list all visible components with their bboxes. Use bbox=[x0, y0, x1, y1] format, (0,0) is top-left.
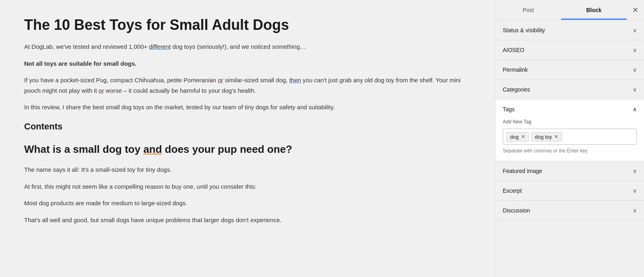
link-different[interactable]: different bbox=[149, 43, 171, 50]
tags-input-area[interactable]: dog ✕ dog toy ✕ bbox=[503, 129, 637, 145]
tag-chip-dog-toy-label: dog toy bbox=[535, 134, 552, 140]
accordion-featured-image-header[interactable]: Featured image bbox=[495, 161, 644, 181]
remove-tag-dog-button[interactable]: ✕ bbox=[521, 134, 525, 139]
post-title[interactable]: The 10 Best Toys for Small Adult Dogs bbox=[24, 16, 471, 33]
tags-section-label: Tags bbox=[503, 106, 515, 112]
close-sidebar-button[interactable]: ✕ bbox=[627, 0, 644, 20]
tags-hint: Separate with commas or the Enter key. bbox=[503, 148, 637, 154]
chevron-down-icon bbox=[633, 27, 637, 33]
accordion-excerpt: Excerpt bbox=[495, 181, 644, 201]
accordion-discussion-label: Discussion bbox=[503, 207, 530, 214]
paragraph-most: Most dog products are made for medium to… bbox=[24, 198, 471, 208]
sidebar: Post Block ✕ Status & visibility AIOSEO … bbox=[495, 0, 644, 277]
tab-block[interactable]: Block bbox=[561, 0, 627, 20]
accordion-featured-image: Featured image bbox=[495, 161, 644, 181]
paragraph-detail: If you have a pocket-sized Pug, compact … bbox=[24, 75, 471, 96]
tag-chip-dog-toy: dog toy ✕ bbox=[531, 132, 562, 142]
tags-section: Tags Add New Tag dog ✕ dog toy ✕ Separat… bbox=[495, 100, 644, 161]
contents-heading: Contents bbox=[24, 119, 471, 134]
accordion-permalink-header[interactable]: Permalink bbox=[495, 60, 644, 79]
accordion-status-visibility: Status & visibility bbox=[495, 21, 644, 40]
accordion-permalink-label: Permalink bbox=[503, 67, 528, 73]
accordion-aioseo: AIOSEO bbox=[495, 40, 644, 60]
accordion-permalink: Permalink bbox=[495, 60, 644, 80]
chevron-down-icon bbox=[633, 86, 637, 93]
accordion-featured-image-label: Featured image bbox=[503, 168, 542, 174]
sidebar-header: Post Block ✕ bbox=[495, 0, 644, 21]
paragraph-review-intro: In this review, I share the best small d… bbox=[24, 102, 471, 112]
accordion-categories-header[interactable]: Categories bbox=[495, 80, 644, 99]
content-area: The 10 Best Toys for Small Adult Dogs At… bbox=[0, 0, 495, 277]
link-or1[interactable]: or bbox=[218, 77, 223, 83]
paragraph-thats-all: That's all well and good, but small dogs… bbox=[24, 215, 471, 225]
accordion-excerpt-label: Excerpt bbox=[503, 187, 522, 194]
link-and[interactable]: and bbox=[143, 143, 162, 155]
link-or2[interactable]: or bbox=[99, 87, 104, 94]
paragraph-bold-notice: Not all toys are suitable for small dogs… bbox=[24, 58, 471, 69]
accordion-categories-label: Categories bbox=[503, 86, 530, 93]
accordion-aioseo-label: AIOSEO bbox=[503, 47, 524, 53]
chevron-up-icon bbox=[633, 106, 637, 112]
chevron-down-icon bbox=[633, 187, 637, 194]
remove-tag-dog-toy-button[interactable]: ✕ bbox=[554, 134, 558, 139]
chevron-down-icon bbox=[633, 168, 637, 174]
paragraph-intro: At DogLab, we've tested and reviewed 1,0… bbox=[24, 42, 471, 52]
chevron-down-icon bbox=[633, 47, 637, 53]
tag-chip-dog-label: dog bbox=[510, 134, 519, 140]
add-new-tag-label: Add New Tag bbox=[503, 119, 637, 125]
chevron-down-icon bbox=[633, 67, 637, 73]
accordion-status-visibility-header[interactable]: Status & visibility bbox=[495, 21, 644, 40]
tab-post[interactable]: Post bbox=[495, 0, 561, 20]
link-then[interactable]: then bbox=[289, 77, 301, 83]
accordion-discussion-header[interactable]: Discussion bbox=[495, 201, 644, 220]
tags-body: Add New Tag dog ✕ dog toy ✕ Separate wit… bbox=[495, 119, 644, 161]
accordion-status-visibility-label: Status & visibility bbox=[503, 27, 545, 33]
chevron-down-icon bbox=[633, 207, 637, 214]
tags-text-input[interactable] bbox=[564, 134, 633, 140]
accordion-aioseo-header[interactable]: AIOSEO bbox=[495, 40, 644, 60]
tag-chip-dog: dog ✕ bbox=[506, 132, 529, 142]
accordion-discussion: Discussion bbox=[495, 201, 644, 221]
post-body: At DogLab, we've tested and reviewed 1,0… bbox=[24, 42, 471, 225]
paragraph-first: At first, this might not seem like a com… bbox=[24, 181, 471, 192]
tags-section-header[interactable]: Tags bbox=[495, 100, 644, 119]
paragraph-name-says: The name says it all: It's a small-sized… bbox=[24, 165, 471, 175]
accordion-excerpt-header[interactable]: Excerpt bbox=[495, 181, 644, 200]
subheading: What is a small dog toy and does your pu… bbox=[24, 140, 471, 158]
accordion-categories: Categories bbox=[495, 80, 644, 100]
